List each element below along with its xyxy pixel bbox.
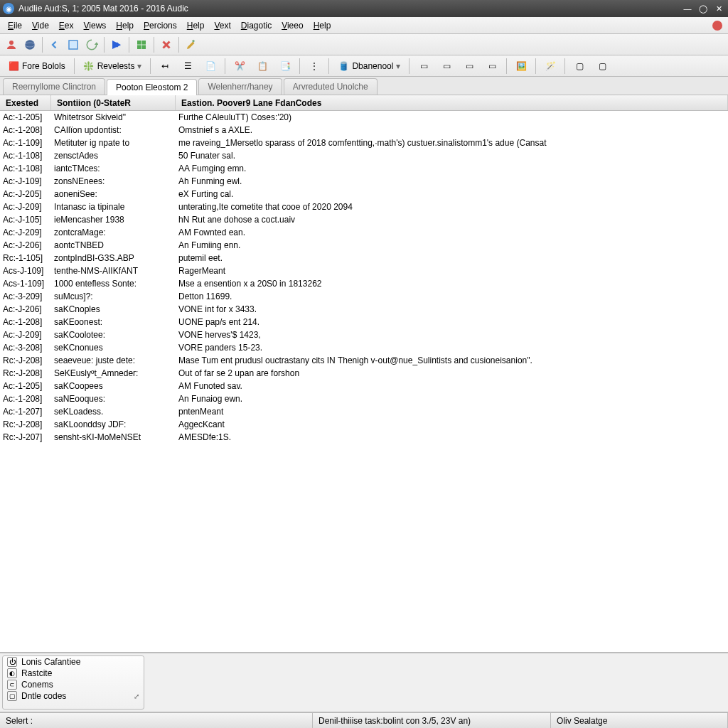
tab-welenherr[interactable]: Welenherr/haney [198, 78, 282, 95]
tb2-list-icon[interactable]: ☰ [177, 58, 198, 74]
content-area[interactable]: Ac:-1-205]Whitetrsor Skiveid"Furthe CAle… [0, 111, 728, 653]
column-headers: Exested Sontiion (0-StateR Eastion. Poov… [0, 95, 728, 111]
tb2-frame1-icon[interactable]: ▢ [569, 58, 590, 74]
menu-eex[interactable]: Eex [54, 19, 79, 32]
table-row[interactable]: Rc:-1-105]zontpIndBI-G3S.ABPputemil eet. [0, 252, 728, 264]
globe-icon[interactable] [21, 36, 38, 53]
forward-arrow-icon[interactable] [108, 36, 125, 53]
status-oliv: Oliv Sealatge [551, 713, 728, 728]
delete-icon[interactable] [158, 36, 175, 53]
toolbar-secondary: 🟥Fore Bolols ❇️Revelests▾ ↤ ☰ 📄 ✂️ 📋 📑 ⋮… [0, 55, 728, 77]
tb2-cut-icon[interactable]: ✂️ [229, 58, 250, 74]
fore-bolols-button[interactable]: 🟥Fore Bolols [3, 58, 70, 74]
table-row[interactable]: Rc:-J-207]sensht-sKI-MoMeNSEtAMESDfe:1S. [0, 431, 728, 444]
tab-reernyllome[interactable]: Reernyllome Clinctron [3, 78, 105, 95]
table-row[interactable]: Ac:-1-208]saKEoonest:UONE pap/s ent 214. [0, 316, 728, 328]
tb2-page-icon[interactable]: 📄 [200, 58, 221, 74]
tb2-back-icon[interactable]: ↤ [154, 58, 176, 74]
maximize-button[interactable]: ◯ [697, 3, 710, 14]
menu-help2[interactable]: Help [182, 19, 210, 32]
table-row[interactable]: Ac:-1-205]Whitetrsor Skiveid"Furthe CAle… [0, 111, 728, 124]
tb2-image-icon[interactable]: 🖼️ [510, 58, 532, 74]
edit-icon[interactable] [183, 36, 200, 53]
tb2-panel1-icon[interactable]: ▭ [413, 58, 434, 74]
table-row[interactable]: Ac:-J-209]zontcraMage:AM Fownted ean. [0, 226, 728, 239]
back-icon[interactable] [46, 36, 63, 53]
table-row[interactable]: Ac:-1-109]Metituter ig npate tome ravein… [0, 136, 728, 149]
menu-vide[interactable]: Vide [27, 19, 54, 32]
table-row[interactable]: Ac:-3-208]seKCnonuesVORE panders 15-23. [0, 341, 728, 354]
tb2-panel2-icon[interactable]: ▭ [436, 58, 457, 74]
table-row[interactable]: Acs-1-109]1000 entefless Sonte:Mse a ens… [0, 277, 728, 290]
svg-rect-4 [70, 41, 77, 48]
menubar: Eile Vide Eex Views Help Percions Help V… [0, 17, 728, 34]
user-icon[interactable] [3, 36, 20, 53]
table-row[interactable]: Ac:-J-209]saKCoolotee:VONE herves'$ 1423… [0, 328, 728, 341]
table-row[interactable]: Ac:-1-208]saNEooques:An Funaiog ewn. [0, 392, 728, 405]
window-title: Audlie Aud:S, 1; 2005 Mat 2016 - 2016 Au… [18, 4, 681, 14]
dbanenool-button[interactable]: 🛢️Dbanenool▾ [333, 58, 405, 74]
circle-icon: ◐ [7, 668, 17, 678]
col-exested[interactable]: Exested [0, 95, 51, 110]
minimize-button[interactable]: — [681, 3, 694, 14]
table-row[interactable]: Acs-J-109]tenthe-NMS-AIIKfANTRagerMeant [0, 264, 728, 277]
link-icon: ⊂ [7, 680, 17, 690]
table-row[interactable]: Ac:-1-207]seKLoadess.pntenMeant [0, 405, 728, 418]
tb2-paste-icon[interactable]: 📑 [274, 58, 296, 74]
table-row[interactable]: Rc:-J-208]saKLoonddsy JDF:AggecKcant [0, 418, 728, 431]
grid-green-icon[interactable] [133, 36, 150, 53]
tb2-wand-icon[interactable]: 🪄 [540, 58, 561, 74]
table-row[interactable]: Ac:-1-108]iantcTMces:AA Fumging emn. [0, 162, 728, 175]
tab-pooton[interactable]: Pooton Eleostom 2 [107, 79, 197, 95]
table-row[interactable]: Ac:-J-205]aoneniSee:eX Furting cal. [0, 188, 728, 200]
table-row[interactable]: Ac:-1-108]zensctAdes50 Funater sal. [0, 149, 728, 162]
table-row[interactable]: Rc:-J-208]seaeveue: juste dete:Mase Tum … [0, 354, 728, 367]
menu-file[interactable]: Eile [3, 19, 27, 32]
gear-green-icon: ❇️ [83, 60, 95, 72]
tb2-frame2-icon[interactable]: ▢ [592, 58, 613, 74]
bottom-list: ⏻Lonis Cafantiee ◐Rastcite ⊂Conems ▢Dntl… [2, 655, 144, 710]
table-row[interactable]: Ac:-1-208]CAIlïon updontist:Omstnief s a… [0, 124, 728, 136]
titlebar: ◉ Audlie Aud:S, 1; 2005 Mat 2016 - 2016 … [0, 0, 728, 17]
menu-help1[interactable]: Help [111, 19, 139, 32]
menu-vext[interactable]: Vext [209, 19, 235, 32]
tb2-bullets-icon[interactable]: ⋮ [304, 58, 325, 74]
menu-help3[interactable]: Help [309, 19, 336, 32]
bottom-panel: ⏻Lonis Cafantiee ◐Rastcite ⊂Conems ▢Dntl… [0, 653, 728, 712]
bl-conems[interactable]: ⊂Conems [3, 679, 144, 690]
menu-diagotic[interactable]: Diagotic [236, 19, 277, 32]
refresh-icon[interactable] [83, 36, 100, 53]
table-row[interactable]: Ac:-J-209]Intanasc ia tipinaleunterating… [0, 200, 728, 213]
window-icon[interactable] [65, 36, 82, 53]
toolbar-main [0, 34, 728, 55]
cylinder-icon: 🛢️ [338, 60, 349, 72]
close-button[interactable]: ✕ [712, 3, 725, 14]
table-row[interactable]: Ac:-J-109]zonsNEnees:Ah Funming ewl. [0, 175, 728, 188]
tb2-copy-icon[interactable]: 📋 [252, 58, 273, 74]
col-sontiion[interactable]: Sontiion (0-StateR [51, 95, 176, 110]
status-denil: Denil-thiiise task:bolint con 3./5, 23V … [313, 713, 551, 728]
svg-point-1 [25, 40, 35, 50]
alert-icon[interactable] [712, 21, 722, 31]
revelests-button[interactable]: ❇️Revelests▾ [78, 58, 147, 74]
table-row[interactable]: Rc:-J-208]SeKEuslyºt_Amneder:Out of far … [0, 367, 728, 380]
table-row[interactable]: Ac:-J-206]saKCnoplesVONE int for x 3433. [0, 303, 728, 316]
tab-arvreduted[interactable]: Arvreduted Unolche [284, 78, 378, 95]
table-row[interactable]: Ac:-1-205]saKCoopeesAM Funoted sav. [0, 380, 728, 392]
app-icon: ◉ [3, 3, 14, 14]
status-selert: Selert : [0, 713, 313, 728]
menu-vieeo[interactable]: Vieeo [277, 19, 308, 32]
table-row[interactable]: Ac:-J-105]ieMencasher 1938hN Rut ane doh… [0, 213, 728, 226]
tb2-panel4-icon[interactable]: ▭ [481, 58, 503, 74]
tb2-panel3-icon[interactable]: ▭ [459, 58, 480, 74]
statusbar: Selert : Denil-thiiise task:bolint con 3… [0, 712, 728, 728]
menu-views[interactable]: Views [79, 19, 112, 32]
col-eastion[interactable]: Eastion. Poover9 Lane FdanCodes [176, 95, 728, 110]
expand-icon: ⤢ [134, 692, 139, 700]
bl-lonis[interactable]: ⏻Lonis Cafantiee [3, 656, 144, 668]
bl-dntle[interactable]: ▢Dntle codes⤢ [3, 690, 144, 702]
table-row[interactable]: Ac:-J-206]aontcTNBEDAn Fumiing enn. [0, 239, 728, 252]
menu-percions[interactable]: Percions [139, 19, 182, 32]
bl-rastcite[interactable]: ◐Rastcite [3, 668, 144, 679]
table-row[interactable]: Ac:-3-209]suMcus]?:Detton 11699. [0, 290, 728, 303]
